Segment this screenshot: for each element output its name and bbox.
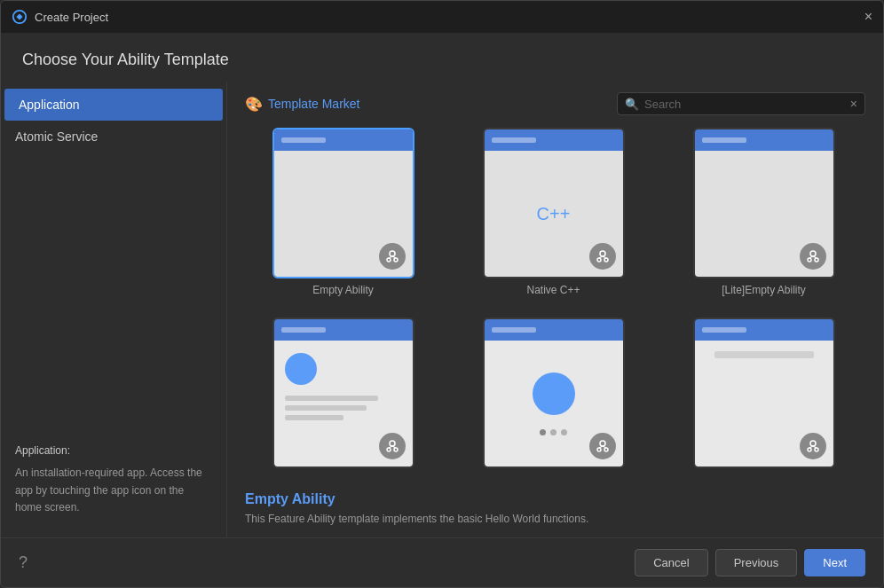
template-preview-empty-ability <box>272 128 414 278</box>
svg-point-13 <box>815 258 818 262</box>
svg-line-4 <box>389 256 392 258</box>
svg-point-18 <box>394 448 398 451</box>
list-circle-icon <box>285 353 317 385</box>
slide-ability-badge-icon <box>589 433 616 459</box>
template-market-button[interactable]: 🎨 Template Market <box>245 96 359 113</box>
svg-point-11 <box>810 251 816 256</box>
svg-line-20 <box>392 446 396 448</box>
sidebar-item-atomic-service[interactable]: Atomic Service <box>1 121 226 153</box>
template-label-lite-empty-ability: [Lite]Empty Ability <box>722 284 806 296</box>
template-preview-list <box>272 318 414 468</box>
svg-point-27 <box>808 448 811 451</box>
svg-point-3 <box>394 258 398 262</box>
svg-point-26 <box>810 441 816 446</box>
sidebar-description: Application: An installation-required ap… <box>1 428 226 530</box>
svg-point-17 <box>387 448 391 451</box>
search-input[interactable] <box>644 98 845 111</box>
dialog-header: Choose Your Ability Template <box>1 33 883 82</box>
selected-template-info: Empty Ability This Feature Ability templ… <box>245 481 865 527</box>
svg-point-2 <box>387 258 391 262</box>
template-card-grid-ability[interactable] <box>666 318 862 481</box>
svg-line-19 <box>389 446 392 448</box>
close-button[interactable]: × <box>864 10 872 24</box>
lite-empty-badge-icon <box>800 243 826 270</box>
template-market-icon: 🎨 <box>245 96 263 113</box>
selected-template-title: Empty Ability <box>245 491 865 507</box>
template-card-native-cpp[interactable]: C++ Native C++ <box>455 128 651 303</box>
main-content: 🎨 Template Market 🔍 × <box>227 82 883 537</box>
dialog-title: Create Project <box>35 11 108 24</box>
template-label-native-cpp: Native C++ <box>526 284 580 296</box>
search-box: 🔍 × <box>617 92 865 115</box>
sidebar-desc-text: An installation-required app. Access the… <box>15 466 202 513</box>
svg-line-10 <box>603 256 606 258</box>
template-preview-grid <box>693 318 835 468</box>
template-label-empty-ability: Empty Ability <box>312 284 374 296</box>
cpp-icon-text: C++ <box>537 204 571 224</box>
search-clear-button[interactable]: × <box>850 97 857 111</box>
create-project-dialog: Create Project × Choose Your Ability Tem… <box>0 0 884 588</box>
template-preview-lite-empty <box>693 128 835 278</box>
template-card-empty-ability[interactable]: Empty Ability <box>245 128 441 303</box>
help-icon[interactable]: ? <box>19 553 28 572</box>
empty-ability-badge-icon <box>379 243 406 270</box>
sidebar: Application Atomic Service Application: … <box>1 82 227 537</box>
template-preview-slide <box>483 318 625 468</box>
next-button[interactable]: Next <box>804 549 865 576</box>
native-cpp-badge-icon <box>589 243 616 270</box>
svg-point-8 <box>604 258 608 262</box>
svg-point-12 <box>808 258 811 262</box>
svg-line-29 <box>809 446 813 448</box>
grid-ability-badge-icon <box>800 433 826 459</box>
sidebar-desc-title: Application: <box>15 443 212 459</box>
svg-line-14 <box>809 256 813 258</box>
title-bar-left: Create Project <box>12 9 108 25</box>
svg-line-15 <box>813 256 817 258</box>
dialog-footer: ? Cancel Previous Next <box>1 537 883 587</box>
dialog-body: Application Atomic Service Application: … <box>1 82 883 537</box>
svg-line-5 <box>392 256 396 258</box>
previous-button[interactable]: Previous <box>715 549 798 576</box>
cancel-button[interactable]: Cancel <box>635 549 707 576</box>
svg-point-22 <box>597 448 601 451</box>
template-card-lite-empty-ability[interactable]: [Lite]Empty Ability <box>666 128 862 303</box>
template-card-list-ability[interactable] <box>245 318 441 481</box>
sidebar-item-application[interactable]: Application <box>4 89 223 121</box>
selected-template-description: This Feature Ability template implements… <box>245 511 865 527</box>
svg-line-25 <box>603 446 606 448</box>
svg-point-1 <box>390 251 395 256</box>
templates-grid: Empty Ability C++ <box>245 128 865 481</box>
svg-line-24 <box>599 446 603 448</box>
list-ability-badge-icon <box>379 433 406 459</box>
main-toolbar: 🎨 Template Market 🔍 × <box>245 92 865 115</box>
template-card-slide-ability[interactable] <box>455 318 651 481</box>
search-icon: 🔍 <box>625 98 639 111</box>
svg-point-28 <box>815 448 818 451</box>
svg-line-9 <box>599 256 603 258</box>
svg-point-6 <box>600 251 605 256</box>
svg-line-30 <box>813 446 817 448</box>
svg-point-23 <box>604 448 608 451</box>
svg-point-7 <box>597 258 601 262</box>
template-preview-native-cpp: C++ <box>483 128 625 278</box>
svg-point-16 <box>390 441 395 446</box>
app-icon <box>12 9 28 25</box>
slide-dots <box>540 429 567 435</box>
title-bar: Create Project × <box>1 1 883 33</box>
slide-circle-icon <box>533 372 575 415</box>
template-market-label: Template Market <box>268 97 359 111</box>
svg-point-21 <box>600 441 605 446</box>
